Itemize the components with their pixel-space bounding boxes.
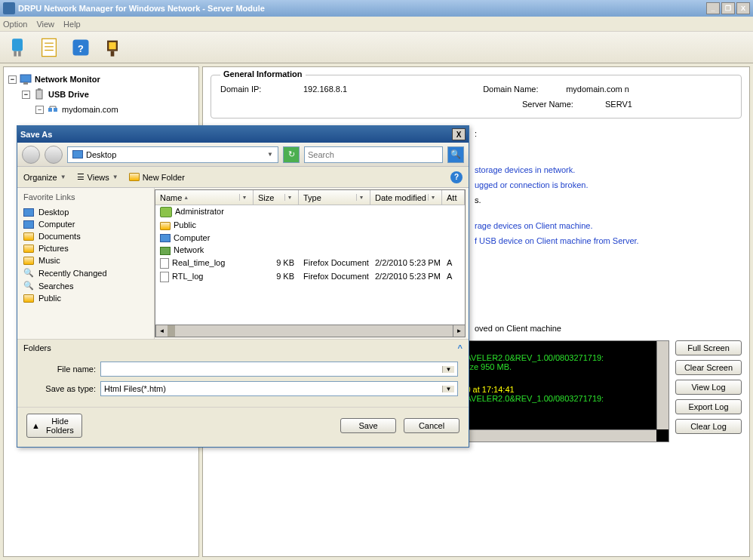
refresh-button[interactable]: ↻ <box>283 146 300 163</box>
chevron-up-icon: ▲ <box>32 421 40 430</box>
file-list-scrollbar[interactable]: ◄ ► <box>155 325 465 337</box>
status-line: f USB device on Client machine from Serv… <box>475 233 742 248</box>
svg-rect-12 <box>20 75 31 82</box>
file-size <box>254 245 299 256</box>
export-log-button[interactable]: Export Log <box>675 399 742 414</box>
status-line: ugged or connection is broken. <box>475 177 742 192</box>
file-name: RTL_log <box>172 272 203 281</box>
col-name[interactable]: Name▲▾ <box>155 190 254 205</box>
menu-option[interactable]: Option <box>3 20 27 29</box>
chevron-down-icon[interactable]: ▾ <box>239 194 248 201</box>
favorite-link[interactable]: Computer <box>23 218 148 230</box>
chevron-down-icon: ▼ <box>60 174 66 180</box>
cancel-button[interactable]: Cancel <box>404 418 459 433</box>
views-label: Views <box>88 173 109 182</box>
save-as-titlebar[interactable]: Save As X <box>17 126 469 143</box>
server-name-value: SERV1 <box>605 100 632 109</box>
file-row[interactable]: Network <box>155 244 465 257</box>
location-combo[interactable]: Desktop ▼ <box>67 146 278 163</box>
status-line: : <box>475 126 742 141</box>
save-button[interactable]: Save <box>340 418 396 433</box>
saveastype-combo[interactable]: Html Files(*.htm) ▼ <box>100 381 458 396</box>
clear-screen-button[interactable]: Clear Screen <box>675 360 742 375</box>
file-icon <box>160 272 169 282</box>
titlebar: DRPU Network Manager for Windows Network… <box>0 0 753 17</box>
col-date[interactable]: Date modified▾ <box>370 190 442 205</box>
views-icon: ☰ <box>77 172 85 182</box>
search-button[interactable]: 🔍 <box>447 146 464 163</box>
minimize-button[interactable]: _ <box>706 2 720 14</box>
favorite-label: Public <box>38 294 61 303</box>
view-log-button[interactable]: View Log <box>675 380 742 395</box>
file-type <box>299 206 370 218</box>
toolbar-about-icon[interactable] <box>100 35 125 60</box>
full-screen-button[interactable]: Full Screen <box>675 340 742 355</box>
tree-domain[interactable]: − mydomain.com <box>8 102 194 117</box>
favorite-link[interactable]: Music <box>23 254 148 266</box>
filename-combo[interactable]: ▼ <box>100 362 458 377</box>
file-size: 9 KB <box>254 271 299 283</box>
favorite-label: Pictures <box>38 244 69 253</box>
chevron-down-icon[interactable]: ▾ <box>284 194 294 201</box>
new-folder-button[interactable]: New Folder <box>129 173 185 182</box>
favorite-label: Searches <box>38 282 73 291</box>
help-icon[interactable]: ? <box>450 171 463 183</box>
filename-input[interactable] <box>104 365 442 374</box>
col-size[interactable]: Size▾ <box>254 190 299 205</box>
log-scrollbar-vertical[interactable] <box>656 341 668 429</box>
file-date <box>370 220 442 231</box>
favorite-link[interactable]: Desktop <box>23 206 148 218</box>
chevron-down-icon[interactable]: ▼ <box>442 386 454 392</box>
menu-help[interactable]: Help <box>63 20 81 29</box>
favorite-link[interactable]: Public <box>23 292 148 304</box>
network-icon <box>160 247 171 255</box>
close-button[interactable]: X <box>736 2 750 14</box>
svg-rect-13 <box>23 82 28 85</box>
views-menu[interactable]: ☰ Views ▼ <box>77 172 118 182</box>
expander-icon[interactable]: − <box>22 91 30 99</box>
favorite-links-panel: Favorite Links DesktopComputerDocumentsP… <box>17 188 155 339</box>
toolbar-connect-icon[interactable] <box>5 35 30 60</box>
expander-icon[interactable]: − <box>8 75 17 84</box>
file-size <box>254 232 299 244</box>
chevron-down-icon[interactable]: ▾ <box>356 194 365 201</box>
svg-rect-0 <box>12 38 23 51</box>
favorite-link[interactable]: 🔍Searches <box>23 279 148 292</box>
scroll-right-icon[interactable]: ► <box>453 325 465 337</box>
file-row[interactable]: Computer <box>155 232 465 245</box>
hide-folders-button[interactable]: ▲ Hide Folders <box>26 414 82 438</box>
favorite-label: Recently Changed <box>38 269 107 278</box>
menu-view[interactable]: View <box>36 20 54 29</box>
chevron-down-icon[interactable]: ▾ <box>428 194 437 201</box>
file-att <box>442 245 465 256</box>
chevron-down-icon[interactable]: ▼ <box>442 366 454 373</box>
file-row[interactable]: Real_time_log9 KBFirefox Document2/2/201… <box>155 257 465 270</box>
file-row[interactable]: Public <box>155 219 465 232</box>
favorite-link[interactable]: Documents <box>23 230 148 242</box>
chevron-down-icon[interactable]: ▼ <box>267 151 273 158</box>
sort-asc-icon: ▲ <box>183 195 189 200</box>
favorite-link[interactable]: 🔍Recently Changed <box>23 266 148 279</box>
file-type <box>299 220 370 231</box>
favorite-link[interactable]: Pictures <box>23 242 148 254</box>
toolbar-help-icon[interactable]: ? <box>68 35 94 60</box>
organize-menu[interactable]: Organize ▼ <box>23 173 66 182</box>
folders-band[interactable]: Folders ^ <box>17 339 469 355</box>
expander-icon[interactable]: − <box>35 106 44 114</box>
file-row[interactable]: RTL_log9 KBFirefox Document2/2/2010 5:23… <box>155 270 465 284</box>
toolbar-document-icon[interactable] <box>36 35 62 60</box>
file-row[interactable]: Administrator <box>155 205 465 219</box>
forward-button[interactable] <box>45 146 63 164</box>
tree-usb[interactable]: − USB Drive <box>8 87 194 102</box>
scroll-left-icon[interactable]: ◄ <box>155 325 168 337</box>
dialog-close-button[interactable]: X <box>452 128 466 140</box>
clear-log-button[interactable]: Clear Log <box>675 419 742 434</box>
col-att[interactable]: Att <box>442 190 465 205</box>
tree-root[interactable]: − Network Monitor <box>8 72 194 87</box>
chevron-up-icon[interactable]: ^ <box>458 343 463 352</box>
back-button[interactable] <box>22 146 40 164</box>
col-type[interactable]: Type▾ <box>299 190 370 205</box>
restore-button[interactable]: ❐ <box>721 2 735 14</box>
menubar: Option View Help <box>0 17 753 32</box>
search-input[interactable] <box>304 146 443 163</box>
